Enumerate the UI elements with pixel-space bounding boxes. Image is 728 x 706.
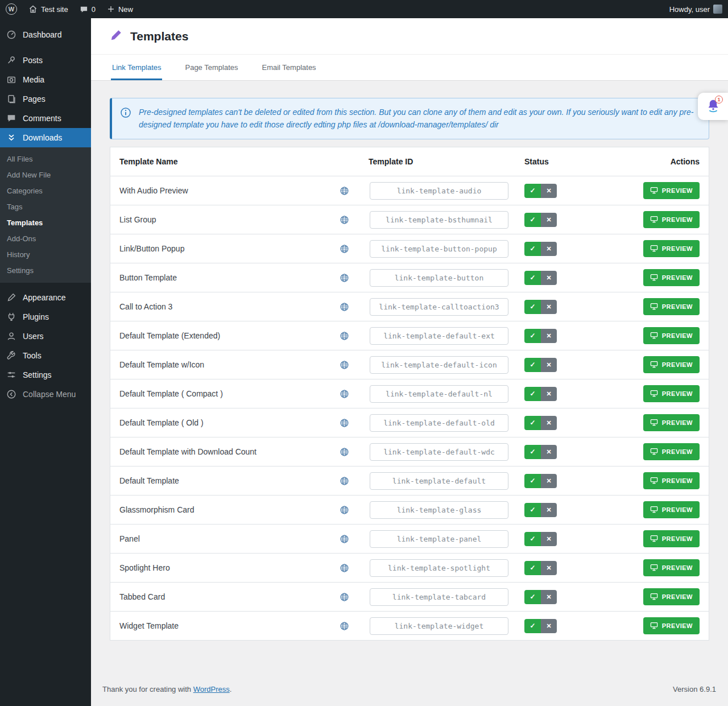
status-inactive-button[interactable]: ✕ — [541, 532, 557, 546]
template-id-input[interactable] — [370, 356, 508, 374]
preview-button[interactable]: PREVIEW — [643, 182, 700, 199]
preview-button[interactable]: PREVIEW — [643, 240, 700, 257]
sidebar-item-users[interactable]: Users — [0, 327, 91, 346]
preview-button[interactable]: PREVIEW — [643, 327, 700, 344]
globe-icon[interactable] — [340, 360, 349, 370]
template-id-input[interactable] — [370, 472, 508, 490]
globe-icon[interactable] — [340, 505, 349, 515]
preview-button[interactable]: PREVIEW — [643, 588, 700, 605]
submenu-item-add-ons[interactable]: Add-Ons — [0, 230, 91, 246]
preview-button[interactable]: PREVIEW — [643, 211, 700, 228]
status-inactive-button[interactable]: ✕ — [541, 242, 557, 256]
status-active-button[interactable]: ✓ — [524, 619, 541, 633]
status-active-button[interactable]: ✓ — [524, 590, 541, 604]
template-id-input[interactable] — [370, 617, 508, 635]
status-inactive-button[interactable]: ✕ — [541, 619, 557, 633]
sidebar-item-plugins[interactable]: Plugins — [0, 307, 91, 327]
status-active-button[interactable]: ✓ — [524, 416, 541, 430]
preview-button[interactable]: PREVIEW — [643, 298, 700, 315]
sidebar-item-posts[interactable]: Posts — [0, 51, 91, 70]
tab-link-templates[interactable]: Link Templates — [111, 55, 162, 80]
status-inactive-button[interactable]: ✕ — [541, 271, 557, 285]
preview-button[interactable]: PREVIEW — [643, 472, 700, 489]
tab-page-templates[interactable]: Page Templates — [184, 55, 239, 80]
status-active-button[interactable]: ✓ — [524, 503, 541, 517]
submenu-item-templates[interactable]: Templates — [0, 214, 91, 230]
status-active-button[interactable]: ✓ — [524, 561, 541, 575]
submenu-item-categories[interactable]: Categories — [0, 183, 91, 199]
globe-icon[interactable] — [340, 476, 349, 486]
sidebar-item-settings[interactable]: Settings — [0, 365, 91, 385]
template-id-input[interactable] — [370, 211, 508, 229]
submenu-item-settings[interactable]: Settings — [0, 262, 91, 278]
wordpress-link[interactable]: WordPress — [193, 685, 230, 693]
globe-icon[interactable] — [340, 302, 349, 312]
sidebar-item-downloads[interactable]: Downloads — [0, 128, 91, 147]
status-inactive-button[interactable]: ✕ — [541, 590, 557, 604]
sidebar-item-appearance[interactable]: Appearance — [0, 288, 91, 307]
status-inactive-button[interactable]: ✕ — [541, 300, 557, 314]
status-active-button[interactable]: ✓ — [524, 387, 541, 401]
status-active-button[interactable]: ✓ — [524, 445, 541, 459]
template-id-input[interactable] — [370, 443, 508, 461]
template-id-input[interactable] — [370, 298, 508, 316]
preview-button[interactable]: PREVIEW — [643, 501, 700, 518]
sidebar-item-tools[interactable]: Tools — [0, 346, 91, 365]
status-active-button[interactable]: ✓ — [524, 242, 541, 256]
template-id-input[interactable] — [370, 588, 508, 606]
comments-bubble[interactable]: 0 — [74, 0, 101, 18]
status-active-button[interactable]: ✓ — [524, 213, 541, 227]
sidebar-item-dashboard[interactable]: Dashboard — [0, 25, 91, 44]
globe-icon[interactable] — [340, 621, 349, 631]
new-content-menu[interactable]: New — [101, 0, 139, 18]
status-active-button[interactable]: ✓ — [524, 184, 541, 198]
globe-icon[interactable] — [340, 447, 349, 457]
preview-button[interactable]: PREVIEW — [643, 356, 700, 373]
status-inactive-button[interactable]: ✕ — [541, 358, 557, 372]
preview-button[interactable]: PREVIEW — [643, 617, 700, 634]
preview-button[interactable]: PREVIEW — [643, 385, 700, 402]
submenu-item-add-new-file[interactable]: Add New File — [0, 167, 91, 183]
globe-icon[interactable] — [340, 418, 349, 428]
globe-icon[interactable] — [340, 331, 349, 341]
preview-button[interactable]: PREVIEW — [643, 443, 700, 460]
submenu-item-history[interactable]: History — [0, 246, 91, 262]
status-inactive-button[interactable]: ✕ — [541, 416, 557, 430]
globe-icon[interactable] — [340, 273, 349, 283]
globe-icon[interactable] — [340, 215, 349, 225]
sidebar-item-collapse-menu[interactable]: Collapse Menu — [0, 385, 91, 404]
status-active-button[interactable]: ✓ — [524, 358, 541, 372]
globe-icon[interactable] — [340, 563, 349, 573]
template-id-input[interactable] — [370, 182, 508, 200]
globe-icon[interactable] — [340, 534, 349, 544]
site-name-link[interactable]: Test site — [23, 0, 74, 18]
globe-icon[interactable] — [340, 592, 349, 602]
status-active-button[interactable]: ✓ — [524, 271, 541, 285]
status-inactive-button[interactable]: ✕ — [541, 561, 557, 575]
notification-widget[interactable]: 1 — [698, 93, 728, 120]
howdy-user-menu[interactable]: Howdy, user — [664, 0, 728, 18]
status-active-button[interactable]: ✓ — [524, 329, 541, 343]
template-id-input[interactable] — [370, 501, 508, 519]
status-inactive-button[interactable]: ✕ — [541, 503, 557, 517]
preview-button[interactable]: PREVIEW — [643, 530, 700, 547]
preview-button[interactable]: PREVIEW — [643, 559, 700, 576]
template-id-input[interactable] — [370, 559, 508, 577]
status-inactive-button[interactable]: ✕ — [541, 387, 557, 401]
template-id-input[interactable] — [370, 269, 508, 287]
submenu-item-all-files[interactable]: All Files — [0, 151, 91, 167]
tab-email-templates[interactable]: Email Templates — [260, 55, 317, 80]
globe-icon[interactable] — [340, 244, 349, 254]
sidebar-item-pages[interactable]: Pages — [0, 89, 91, 109]
globe-icon[interactable] — [340, 186, 349, 196]
template-id-input[interactable] — [370, 327, 508, 345]
status-inactive-button[interactable]: ✕ — [541, 329, 557, 343]
wordpress-logo-menu[interactable]: W — [0, 0, 23, 18]
sidebar-item-comments[interactable]: Comments — [0, 109, 91, 128]
template-id-input[interactable] — [370, 414, 508, 432]
status-inactive-button[interactable]: ✕ — [541, 184, 557, 198]
template-id-input[interactable] — [370, 385, 508, 403]
sidebar-item-media[interactable]: Media — [0, 70, 91, 89]
submenu-item-tags[interactable]: Tags — [0, 199, 91, 214]
status-inactive-button[interactable]: ✕ — [541, 474, 557, 488]
